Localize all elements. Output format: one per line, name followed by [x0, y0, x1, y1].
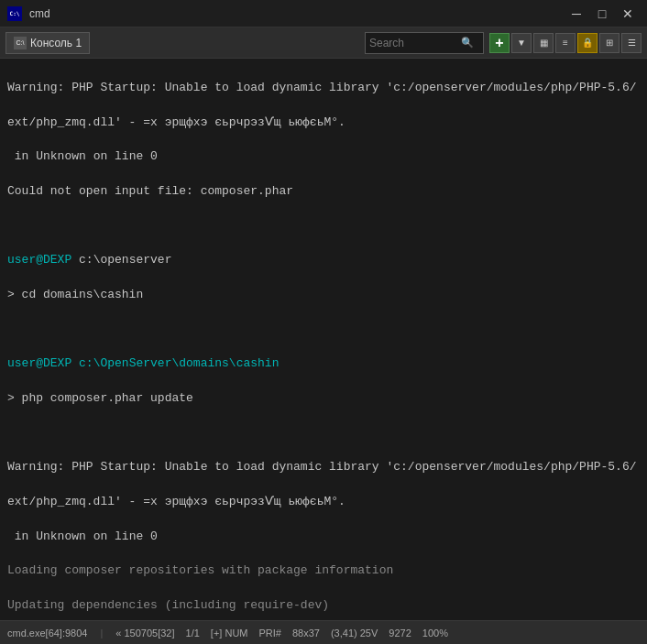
toolbar: C:\ Консоль 1 🔍 + ▼ ▦ ≡ 🔒 ⊞ ☰: [0, 27, 647, 59]
terminal-line: in Unknown on line 0: [7, 148, 640, 166]
dropdown-button[interactable]: ▼: [511, 33, 532, 53]
search-box[interactable]: 🔍: [365, 32, 484, 54]
grid-button[interactable]: ▦: [533, 33, 554, 53]
window-controls: ─ □ ✕: [565, 5, 640, 23]
search-icon: 🔍: [461, 37, 474, 49]
terminal-line: ext/php_zmq.dll' - =x эрщфхэ єьрчрэзѴщ ь…: [7, 494, 640, 511]
status-position: « 150705[32]: [115, 628, 174, 639]
cmd-icon: C:\: [7, 6, 22, 21]
status-zoom: 100%: [422, 628, 448, 639]
toolbar-actions: + ▼ ▦ ≡ 🔒 ⊞ ☰: [489, 33, 642, 53]
status-mode: [+] NUM: [211, 628, 248, 639]
status-dimensions: 88x37: [292, 628, 320, 639]
terminal-line: Could not open input file: composer.phar: [7, 183, 640, 201]
terminal-line: in Unknown on line 0: [7, 529, 640, 546]
status-count: 9272: [389, 628, 411, 639]
list-button[interactable]: ≡: [555, 33, 576, 53]
status-cursor: (3,41) 25V: [331, 628, 378, 639]
minimize-button[interactable]: ─: [565, 5, 588, 23]
terminal-line: user@DEXP c:\openserver: [7, 252, 640, 269]
status-exe: cmd.exe[64]:9804: [7, 628, 87, 639]
maximize-button[interactable]: □: [590, 5, 614, 23]
terminal-line: user@DEXP c:\OpenServer\domains\cashin: [7, 355, 640, 373]
close-button[interactable]: ✕: [616, 5, 640, 23]
status-pri: PRI#: [259, 628, 281, 639]
terminal-line: Warning: PHP Startup: Unable to load dyn…: [7, 80, 640, 97]
terminal-line: Loading composer repositories with packa…: [7, 562, 640, 580]
terminal-line: ext/php_zmq.dll' - =x эрщфхэ єьрчрэзѴщ ь…: [7, 115, 640, 132]
lock-button[interactable]: 🔒: [577, 33, 598, 53]
title-bar-left: C:\ cmd: [7, 6, 50, 21]
terminal-line: [7, 425, 640, 442]
terminal-line: [7, 218, 640, 235]
status-page: 1/1: [186, 628, 200, 639]
terminal-line: > php composer.phar update: [7, 390, 640, 408]
terminal-line: Warning: PHP Startup: Unable to load dyn…: [7, 459, 640, 476]
status-bar: cmd.exe[64]:9804 | « 150705[32] 1/1 [+] …: [0, 620, 647, 644]
terminal-line: [7, 322, 640, 339]
add-button[interactable]: +: [489, 33, 510, 53]
tab-icon: C:\: [14, 37, 27, 49]
title-bar: C:\ cmd ─ □ ✕: [0, 0, 647, 27]
settings-button[interactable]: ☰: [621, 33, 642, 53]
search-input[interactable]: [369, 37, 461, 49]
terminal-line: > cd domains\cashin: [7, 287, 640, 304]
terminal-line: Updating dependencies (including require…: [7, 597, 640, 615]
terminal-output: Warning: PHP Startup: Unable to load dyn…: [0, 59, 647, 620]
tab-label: Консоль 1: [30, 37, 82, 49]
columns-button[interactable]: ⊞: [599, 33, 620, 53]
console-tab[interactable]: C:\ Консоль 1: [5, 32, 90, 54]
window-title: cmd: [29, 7, 50, 20]
